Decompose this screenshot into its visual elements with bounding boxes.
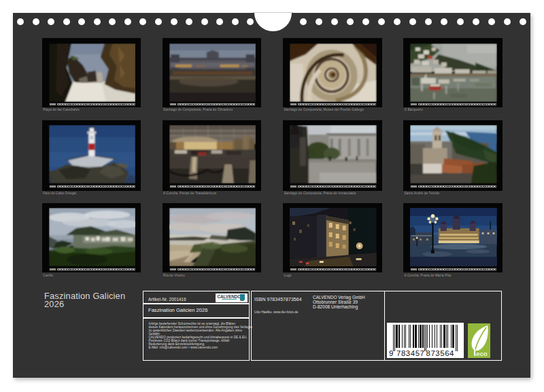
svg-text:9: 9 bbox=[389, 349, 394, 357]
svg-text:eco: eco bbox=[476, 350, 488, 357]
svg-text:783457: 783457 bbox=[396, 349, 425, 357]
svg-text:873564: 873564 bbox=[426, 349, 454, 357]
